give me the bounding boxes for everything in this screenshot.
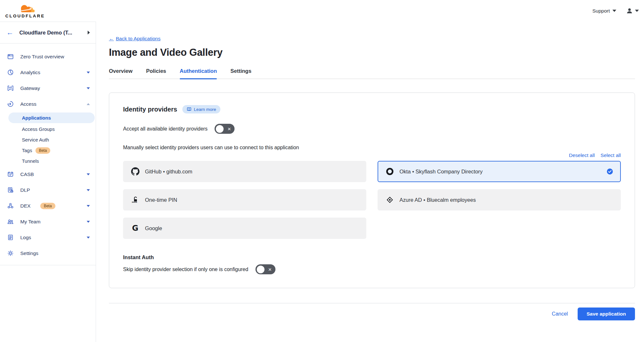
toggle-knob xyxy=(257,266,264,273)
chevron-up-icon xyxy=(87,103,90,105)
sidebar-item-tunnels[interactable]: Tunnels xyxy=(0,156,96,166)
tab-policies[interactable]: Policies xyxy=(146,68,166,79)
dlp-document-lock-icon xyxy=(7,187,14,193)
sidebar-item-settings[interactable]: Settings xyxy=(0,245,96,261)
back-to-applications-link[interactable]: ← Back to Applications xyxy=(109,36,160,42)
sidebar-item-label: DLP xyxy=(20,187,30,193)
provider-card-google[interactable]: G Google xyxy=(123,218,366,239)
provider-card-one-time-pin[interactable]: **** One-time PIN xyxy=(123,189,366,210)
instant-auth-heading: Instant Auth xyxy=(123,254,621,260)
provider-name: Google xyxy=(145,225,162,231)
sidebar-item-label: Zero Trust overview xyxy=(20,54,64,60)
back-arrow-icon[interactable]: ← xyxy=(6,29,14,36)
sidebar-item-label: Settings xyxy=(20,250,38,256)
book-icon xyxy=(187,107,192,112)
sidebar-item-access[interactable]: Access xyxy=(0,96,96,112)
deselect-all-link[interactable]: Deselect all xyxy=(569,152,595,158)
provider-name: One-time PIN xyxy=(145,197,177,203)
sidebar-item-label: Tunnels xyxy=(22,158,39,164)
provider-card-github[interactable]: GitHub • github.com xyxy=(123,161,366,182)
sidebar-item-analytics[interactable]: Analytics xyxy=(0,64,96,80)
instant-auth-label: Skip identity provider selection if only… xyxy=(123,267,248,272)
chevron-down-icon xyxy=(87,205,90,207)
cloudflare-logo[interactable]: CLOUDFLARE xyxy=(5,4,46,18)
dex-network-icon xyxy=(7,202,14,209)
azure-ad-icon xyxy=(385,196,394,204)
provider-card-okta[interactable]: Okta • Skyflash Company Directory xyxy=(378,161,621,182)
cloudflare-cloud-icon xyxy=(17,4,38,13)
sidebar-item-label: Access xyxy=(20,101,36,107)
chevron-down-icon xyxy=(87,189,90,191)
sidebar-item-label: My Team xyxy=(20,219,41,225)
sidebar-item-my-team[interactable]: My Team xyxy=(0,214,96,230)
sidebar-item-label: Access Groups xyxy=(22,126,55,132)
back-link-label: Back to Applications xyxy=(116,36,161,42)
user-icon xyxy=(626,7,633,15)
support-label: Support xyxy=(592,8,610,14)
provider-name: GitHub • github.com xyxy=(145,169,192,175)
tab-authentication[interactable]: Authentication xyxy=(180,68,217,79)
chevron-right-icon[interactable] xyxy=(88,31,90,34)
cloudflare-zero-trust-dashboard: CLOUDFLARE Support ← Cloudflare Demo (T.… xyxy=(0,0,644,342)
tab-overview[interactable]: Overview xyxy=(109,68,132,79)
one-time-pin-icon: **** xyxy=(131,196,139,204)
toggle-off-x-icon: ✕ xyxy=(268,267,272,272)
sidebar-item-label: Service Auth xyxy=(22,137,49,142)
github-icon xyxy=(131,167,139,176)
arrow-left-icon: ← xyxy=(109,36,114,42)
select-all-link[interactable]: Select all xyxy=(601,152,621,158)
chevron-down-icon xyxy=(87,221,90,223)
cloudflare-logo-text: CLOUDFLARE xyxy=(5,14,45,18)
sidebar-nav: Zero Trust overview Analytics Gateway xyxy=(0,44,96,265)
sidebar-item-tags[interactable]: Tags Beta xyxy=(0,145,96,156)
access-icon xyxy=(7,101,14,107)
sidebar: ← Cloudflare Demo (T... Zero Trust overv… xyxy=(0,22,96,342)
sidebar-item-zero-trust-overview[interactable]: Zero Trust overview xyxy=(0,49,96,64)
account-name[interactable]: Cloudflare Demo (T... xyxy=(19,30,72,36)
instant-auth-toggle[interactable]: ✕ xyxy=(255,264,275,274)
sidebar-item-gateway[interactable]: Gateway xyxy=(0,80,96,96)
user-menu[interactable] xyxy=(626,7,639,15)
tab-settings[interactable]: Settings xyxy=(230,68,251,79)
card-title: Identity providers xyxy=(123,106,177,113)
toggle-knob xyxy=(216,125,224,133)
support-menu[interactable]: Support xyxy=(592,8,616,14)
gear-icon xyxy=(7,250,14,257)
manual-select-text: Manually select identity providers users… xyxy=(123,145,621,151)
svg-text:****: **** xyxy=(132,201,138,204)
sidebar-item-dex[interactable]: DEX Beta xyxy=(0,198,96,214)
toggle-off-x-icon: ✕ xyxy=(227,126,231,132)
main-content: ← Back to Applications Image and Video G… xyxy=(96,22,644,342)
chevron-down-icon xyxy=(87,237,90,239)
sidebar-item-label: CASB xyxy=(20,171,34,177)
beta-badge: Beta xyxy=(35,147,51,154)
accept-all-toggle[interactable]: ✕ xyxy=(215,124,235,134)
accept-all-label: Accept all available identity providers xyxy=(123,126,207,132)
footer-action-bar: Cancel Save application xyxy=(109,303,635,325)
page-title: Image and Video Gallery xyxy=(109,47,635,58)
sidebar-divider xyxy=(0,265,96,265)
google-icon: G xyxy=(131,224,139,233)
cancel-button[interactable]: Cancel xyxy=(552,311,568,317)
provider-grid: GitHub • github.com Okta • Skyflash Comp… xyxy=(123,161,621,239)
save-application-button[interactable]: Save application xyxy=(578,308,635,320)
logs-document-icon xyxy=(7,234,14,241)
sidebar-item-service-auth[interactable]: Service Auth xyxy=(0,134,96,145)
sidebar-item-dlp[interactable]: DLP xyxy=(0,182,96,198)
identity-providers-card: Identity providers Learn more Accept all… xyxy=(109,93,635,288)
casb-box-check-icon xyxy=(7,171,14,178)
sidebar-item-label: Applications xyxy=(22,115,51,121)
top-bar: CLOUDFLARE Support xyxy=(0,0,644,22)
chevron-down-icon xyxy=(87,87,90,89)
sidebar-item-casb[interactable]: CASB xyxy=(0,166,96,182)
provider-card-azure-ad[interactable]: Azure AD • Bluecalm employees xyxy=(378,189,621,210)
team-people-icon xyxy=(7,218,14,225)
gateway-icon xyxy=(7,85,14,92)
sidebar-item-label: Gateway xyxy=(20,85,40,91)
learn-more-badge[interactable]: Learn more xyxy=(182,105,220,113)
sidebar-item-applications[interactable]: Applications xyxy=(8,112,95,123)
sidebar-item-label: Logs xyxy=(20,235,31,240)
chevron-down-icon xyxy=(612,10,616,12)
sidebar-item-access-groups[interactable]: Access Groups xyxy=(0,124,96,134)
sidebar-item-logs[interactable]: Logs xyxy=(0,230,96,245)
